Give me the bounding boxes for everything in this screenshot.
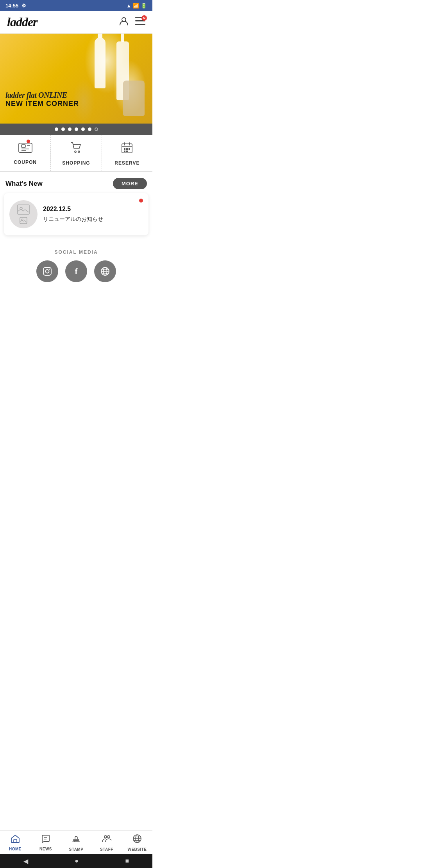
news-thumbnail	[9, 200, 38, 228]
svg-rect-22	[20, 217, 27, 224]
hero-line2: NEW ITEM CORNER	[5, 100, 79, 108]
svg-rect-19	[126, 151, 128, 152]
social-media-section: SOCIAL MEDIA f	[0, 242, 152, 292]
logo: ladder	[7, 15, 38, 29]
svg-point-9	[75, 151, 76, 152]
settings-icon: ⚙	[21, 3, 26, 9]
svg-point-26	[49, 269, 50, 269]
news-title: リニューアルのお知らせ	[43, 216, 143, 223]
status-bar: 14:55 ⚙ ▲ 📶 🔋	[0, 0, 152, 11]
svg-point-10	[78, 151, 80, 152]
shopping-icon	[70, 142, 82, 156]
svg-rect-16	[126, 148, 128, 150]
svg-rect-18	[124, 151, 125, 152]
bottle-decoration-tall	[95, 38, 106, 88]
coupon-button[interactable]: COUPON	[0, 135, 51, 171]
carousel-dots	[0, 124, 152, 135]
instagram-button[interactable]	[36, 260, 58, 282]
status-time: 14:55	[5, 3, 18, 9]
dot-7[interactable]	[95, 127, 98, 131]
hero-line1: ladder flat ONLINE	[5, 91, 79, 100]
shopping-button[interactable]: SHOPPING	[51, 135, 102, 171]
quick-actions: COUPON SHOPPING RE	[0, 135, 152, 172]
signal-icon: 📶	[133, 3, 139, 9]
bottle-decoration-short	[123, 81, 145, 116]
more-button[interactable]: MORE	[113, 178, 147, 189]
coupon-icon	[18, 143, 32, 156]
whats-new-header: What's New MORE	[0, 172, 152, 193]
svg-rect-5	[21, 145, 25, 147]
facebook-button[interactable]: f	[65, 260, 87, 282]
shopping-label: SHOPPING	[62, 160, 90, 166]
menu-button[interactable]: N	[135, 17, 145, 28]
social-media-label: SOCIAL MEDIA	[5, 249, 147, 255]
notification-badge: N	[141, 15, 147, 21]
battery-icon: 🔋	[141, 3, 147, 9]
profile-icon[interactable]	[119, 16, 129, 29]
dot-1[interactable]	[55, 127, 58, 131]
reserve-button[interactable]: RESERVE	[102, 135, 152, 171]
header: ladder N	[0, 11, 152, 34]
news-date: 2022.12.5	[43, 206, 143, 213]
dot-2[interactable]	[61, 127, 65, 131]
reserve-icon	[121, 142, 133, 156]
svg-rect-3	[135, 24, 145, 25]
news-content: 2022.12.5 リニューアルのお知らせ	[43, 206, 143, 223]
coupon-label: COUPON	[14, 160, 37, 165]
wifi-icon: ▲	[126, 3, 131, 9]
news-unread-dot	[139, 199, 143, 203]
whats-new-title: What's New	[5, 180, 43, 188]
dot-3[interactable]	[68, 127, 72, 131]
dot-5[interactable]	[81, 127, 85, 131]
social-icons-row: f	[5, 260, 147, 282]
svg-rect-24	[43, 267, 51, 275]
dot-4[interactable]	[75, 127, 78, 131]
website-button[interactable]	[94, 260, 116, 282]
hero-text: ladder flat ONLINE NEW ITEM CORNER	[5, 91, 79, 108]
svg-rect-17	[129, 148, 130, 150]
hero-banner: ladder flat ONLINE NEW ITEM CORNER	[0, 34, 152, 124]
dot-6[interactable]	[88, 127, 91, 131]
svg-rect-20	[18, 205, 29, 214]
news-card[interactable]: 2022.12.5 リニューアルのお知らせ	[4, 193, 148, 235]
svg-rect-15	[124, 148, 125, 150]
svg-point-25	[46, 270, 49, 273]
reserve-label: RESERVE	[114, 160, 139, 166]
